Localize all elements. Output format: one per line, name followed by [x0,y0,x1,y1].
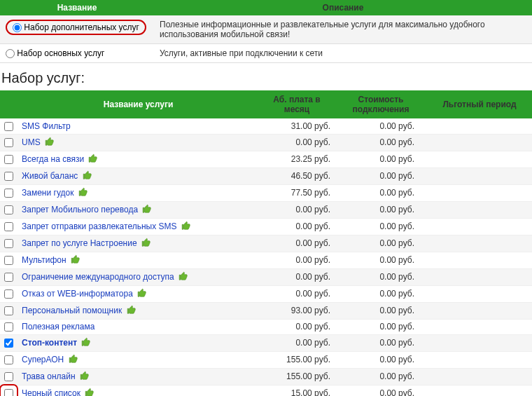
service-checkbox[interactable] [4,122,13,131]
service-link[interactable]: Ограничение международного доступа [22,272,174,282]
service-link[interactable]: Запрет по услуге Настроение [22,238,137,248]
service-link[interactable]: Стоп-контент [22,338,77,348]
service-check-cell [0,168,18,184]
service-row: Мультифон 0.00 руб.0.00 руб. [0,252,532,268]
service-link[interactable]: Персональный помощник [22,306,122,315]
service-link[interactable]: Запрет отправки развлекательных SMS [22,221,177,231]
section-title: Набор услуг: [1,70,532,86]
category-name-cell: Набор основных услуг [0,44,154,63]
service-checkbox[interactable] [4,355,13,364]
service-link[interactable]: UMS [22,137,41,147]
service-check-cell [0,385,18,396]
service-cost: 0.00 руб. [343,118,427,134]
service-checkbox[interactable] [4,189,13,198]
thumbs-up-icon [69,354,78,366]
service-cost: 0.00 руб. [343,334,427,351]
service-fee: 0.00 руб. [259,252,343,268]
service-link[interactable]: СуперАОН [22,355,64,364]
service-check-cell [0,151,18,168]
service-check-cell [0,368,18,385]
service-cost: 0.00 руб. [343,268,427,285]
service-row: Замени гудок 77.50 руб.0.00 руб. [0,184,532,201]
service-name-cell: Трава онлайн [18,368,259,385]
service-link[interactable]: Полезная реклама [22,322,94,332]
service-fee: 0.00 руб. [259,218,343,235]
thumbs-up-icon [141,238,151,250]
service-name-cell: Черный список [18,385,259,396]
service-link[interactable]: Отказ от WEB-информатора [22,289,133,299]
service-period [427,184,532,201]
thumbs-up-icon [85,388,94,396]
thumbs-up-icon [80,371,90,383]
service-checkbox[interactable] [4,322,13,332]
service-checkbox[interactable] [4,289,13,299]
services-header-name: Название услуги [18,90,259,118]
thumbs-up-icon [142,204,152,216]
service-fee: 0.00 руб. [259,201,343,218]
service-cost: 0.00 руб. [343,235,427,252]
service-row: Запрет Мобильного перевода 0.00 руб.0.00… [0,201,532,218]
service-checkbox[interactable] [4,205,13,214]
service-link[interactable]: Всегда на связи [22,154,84,164]
category-radio[interactable] [13,23,22,32]
thumbs-up-icon [127,305,136,317]
service-row: UMS 0.00 руб.0.00 руб. [0,134,532,151]
service-cost: 0.00 руб. [343,319,427,334]
service-checkbox[interactable] [4,256,13,265]
services-header-row: Название услуги Аб. плата в месяц Стоимо… [0,90,532,118]
service-period [427,302,532,319]
service-link[interactable]: Замени гудок [22,188,74,198]
service-fee: 93.00 руб. [259,302,343,319]
service-fee: 31.00 руб. [259,118,343,134]
service-checkbox[interactable] [4,172,13,181]
service-name-cell: UMS [18,134,259,151]
service-checkbox[interactable] [4,239,13,248]
service-checkbox[interactable] [4,222,13,231]
service-period [427,201,532,218]
service-checkbox[interactable] [4,372,13,381]
category-radio[interactable] [6,49,15,58]
service-row: Стоп-контент 0.00 руб.0.00 руб. [0,334,532,351]
service-check-cell [0,351,18,368]
thumbs-up-icon [181,221,191,233]
service-period [427,268,532,285]
service-period [427,235,532,252]
service-period [427,351,532,368]
service-name-cell: Запрет отправки развлекательных SMS [18,218,259,235]
category-table: Название Описание Набор дополнительных у… [0,0,532,63]
service-row: СуперАОН 155.00 руб.0.00 руб. [0,351,532,368]
service-row: Трава онлайн 155.00 руб.0.00 руб. [0,368,532,385]
service-fee: 155.00 руб. [259,351,343,368]
service-period [427,168,532,184]
service-period [427,118,532,134]
category-header-name: Название [0,0,154,15]
category-row: Набор дополнительных услугПолезные инфор… [0,15,532,44]
service-name-cell: Отказ от WEB-информатора [18,285,259,302]
service-cost: 0.00 руб. [343,252,427,268]
services-header-period: Льготный период [427,90,532,118]
service-checkbox[interactable] [4,138,13,147]
service-checkbox[interactable] [4,155,13,164]
service-period [427,218,532,235]
service-link[interactable]: SMS Фильтр [22,121,71,131]
services-header-cost: Стоимость подключения [343,90,427,118]
service-name-cell: Стоп-контент [18,334,259,351]
service-fee: 0.00 руб. [259,134,343,151]
service-link[interactable]: Живой баланс [22,171,78,181]
service-checkbox[interactable] [4,306,13,315]
thumbs-up-icon [45,137,55,149]
service-checkbox[interactable] [4,339,13,348]
service-name-cell: Всегда на связи [18,151,259,168]
service-link[interactable]: Запрет Мобильного перевода [22,205,138,214]
service-checkbox[interactable] [4,273,13,282]
service-name-cell: Запрет Мобильного перевода [18,201,259,218]
category-name-wrap: Набор основных услуг [6,48,104,58]
service-checkbox[interactable] [4,389,13,396]
service-cost: 0.00 руб. [343,201,427,218]
service-link[interactable]: Мультифон [22,255,66,265]
service-cost: 0.00 руб. [343,168,427,184]
service-period [427,285,532,302]
service-fee: 0.00 руб. [259,319,343,334]
service-link[interactable]: Трава онлайн [22,371,76,381]
service-link[interactable]: Черный список [22,388,80,397]
